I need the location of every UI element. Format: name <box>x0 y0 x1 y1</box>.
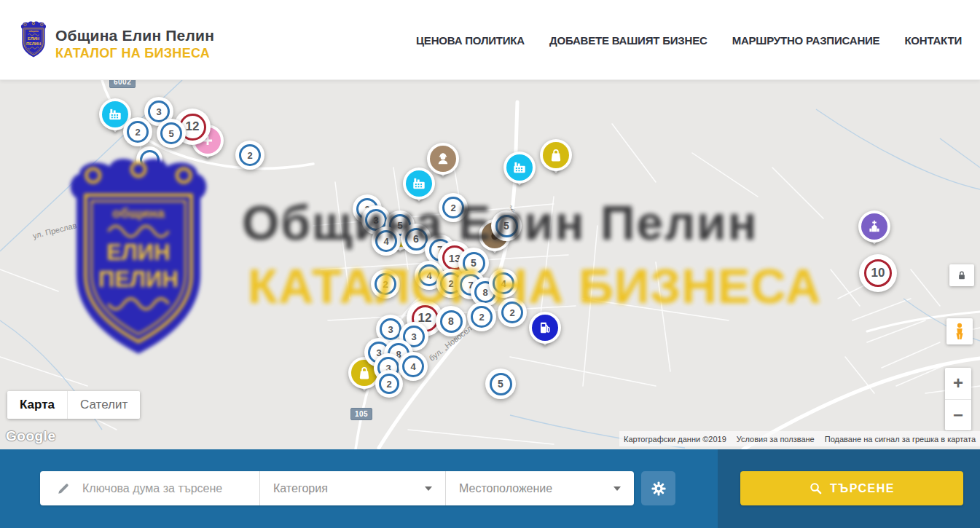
map-cluster-marker[interactable]: 2 <box>498 298 527 327</box>
map-cluster-marker[interactable] <box>136 146 162 173</box>
chevron-down-icon <box>425 486 432 491</box>
location-dropdown-label: Местоположение <box>459 482 552 495</box>
site-subtitle: КАТАЛОГ НА БИЗНЕСА <box>55 46 214 61</box>
map-cluster-marker[interactable]: 10 <box>859 254 897 292</box>
search-field-group: Категория Местоположение <box>40 471 634 505</box>
cluster-count: 2 <box>127 121 149 143</box>
cluster-count: 6 <box>405 228 428 251</box>
map-markers-layer: 32125222355467135422784221283338342510 <box>0 80 980 449</box>
cluster-count: 2 <box>375 273 396 295</box>
search-button-label: ТЪРСЕНЕ <box>830 482 895 495</box>
chevron-down-icon <box>614 486 621 491</box>
pegman-icon <box>952 323 968 340</box>
pin-head <box>858 210 890 243</box>
gear-icon <box>650 480 667 497</box>
nav-item-pricing[interactable]: ЦЕНОВА ПОЛИТИКА <box>416 34 525 47</box>
category-dropdown-label: Категория <box>273 482 328 495</box>
map-cluster-marker[interactable]: 2 <box>467 302 496 331</box>
factory-icon <box>406 170 432 197</box>
pin-head <box>529 312 561 344</box>
svg-text:ЕЛИН: ЕЛИН <box>28 36 39 41</box>
map-cluster-marker[interactable]: 4 <box>399 352 428 381</box>
cluster-count: 4 <box>402 355 424 377</box>
svg-text:община: община <box>28 30 38 33</box>
search-icon <box>809 481 823 495</box>
map-cluster-marker[interactable]: 5 <box>491 210 522 241</box>
cluster-count: 4 <box>493 272 514 294</box>
attribution-terms-link[interactable]: Условия за ползване <box>737 435 815 444</box>
site-title: Община Елин Пелин <box>55 27 214 44</box>
advanced-settings-button[interactable] <box>641 471 675 505</box>
map-cluster-marker[interactable]: 2 <box>371 269 400 299</box>
cluster-count: 8 <box>440 310 463 333</box>
svg-text:ПЕЛИН: ПЕЛИН <box>26 42 41 46</box>
map-type-control: Карта Сателит <box>7 391 140 419</box>
google-map[interactable]: 6002105 ул. Преславбул. „Новоселци“ <box>0 80 980 449</box>
cluster-count: 2 <box>379 374 399 394</box>
map-cluster-marker[interactable]: 2 <box>439 193 468 222</box>
bag-icon <box>543 142 569 168</box>
cluster-count <box>140 150 160 170</box>
pencil-icon <box>56 481 71 496</box>
cluster-count: 2 <box>239 144 261 166</box>
map-cluster-marker[interactable]: 5 <box>485 369 516 399</box>
map-pin-factory[interactable] <box>503 151 536 184</box>
factory-icon <box>102 101 128 127</box>
map-cluster-marker[interactable]: 4 <box>489 269 518 298</box>
pin-head <box>540 139 572 171</box>
google-logo[interactable]: Google <box>6 428 55 444</box>
cluster-count: 2 <box>471 306 493 328</box>
map-cluster-marker[interactable]: 5 <box>157 119 186 148</box>
pin-head <box>403 168 435 200</box>
search-input[interactable] <box>81 481 248 496</box>
keyword-section <box>40 471 260 505</box>
cluster-count: 3 <box>380 318 401 340</box>
nav-item-schedule[interactable]: МАРШРУТНО РАЗПИСАНИЕ <box>732 34 880 47</box>
cluster-count: 5 <box>160 122 182 144</box>
nav-item-contacts[interactable]: КОНТАКТИ <box>904 34 962 47</box>
cluster-count: 5 <box>495 215 518 237</box>
zoom-in-button[interactable]: + <box>945 368 971 400</box>
search-bar: Категория Местоположение <box>0 449 980 528</box>
category-dropdown[interactable]: Категория <box>260 471 446 505</box>
map-cluster-marker[interactable]: 2 <box>235 141 264 170</box>
zoom-out-button[interactable]: − <box>945 400 971 431</box>
factory-icon <box>506 154 533 181</box>
nav-item-add-business[interactable]: ДОБАВЕТЕ ВАШИЯТ БИЗНЕС <box>549 34 707 47</box>
map-pin-church[interactable] <box>858 210 890 243</box>
main-nav: ЦЕНОВА ПОЛИТИКА ДОБАВЕТЕ ВАШИЯТ БИЗНЕС М… <box>416 0 962 80</box>
cluster-count: 5 <box>490 373 512 395</box>
lock-icon <box>956 269 968 281</box>
map-type-satellite-button[interactable]: Сателит <box>67 391 140 419</box>
map-pin-fuel[interactable] <box>529 312 561 344</box>
cluster-count: 2 <box>501 302 523 323</box>
map-cluster-marker[interactable]: 2 <box>123 117 152 146</box>
zoom-control: + − <box>945 368 971 430</box>
search-button[interactable]: ТЪРСЕНЕ <box>740 471 963 505</box>
cluster-count: 10 <box>864 259 892 287</box>
page: община ЕЛИН ПЕЛИН Община Елин Пелин КАТА… <box>0 0 980 528</box>
header: община ЕЛИН ПЕЛИН Община Елин Пелин КАТА… <box>0 0 980 80</box>
municipality-crest-logo[interactable]: община ЕЛИН ПЕЛИН <box>20 15 47 64</box>
map-type-map-button[interactable]: Карта <box>7 391 67 419</box>
cluster-count: 4 <box>375 230 397 252</box>
fuel-icon <box>532 315 558 341</box>
location-dropdown[interactable]: Местоположение <box>446 471 634 505</box>
map-pin-factory[interactable] <box>403 168 435 200</box>
map-attribution: Картографски данни ©2019 Условия за полз… <box>619 431 980 446</box>
map-pin-bag[interactable] <box>540 139 572 171</box>
cluster-count: 2 <box>442 197 464 218</box>
church-icon <box>861 213 887 240</box>
lock-button[interactable] <box>949 264 974 286</box>
attribution-report-link[interactable]: Подаване на сигнал за грешка в картата <box>825 435 976 444</box>
pin-head <box>503 151 536 184</box>
map-cluster-marker[interactable]: 4 <box>372 226 401 256</box>
brand-block[interactable]: Община Елин Пелин КАТАЛОГ НА БИЗНЕСА <box>55 27 214 61</box>
attribution-data: Картографски данни ©2019 <box>624 435 726 444</box>
map-cluster-marker[interactable]: 2 <box>375 370 403 398</box>
pegman-button[interactable] <box>946 318 973 344</box>
map-cluster-marker[interactable]: 8 <box>436 306 466 336</box>
